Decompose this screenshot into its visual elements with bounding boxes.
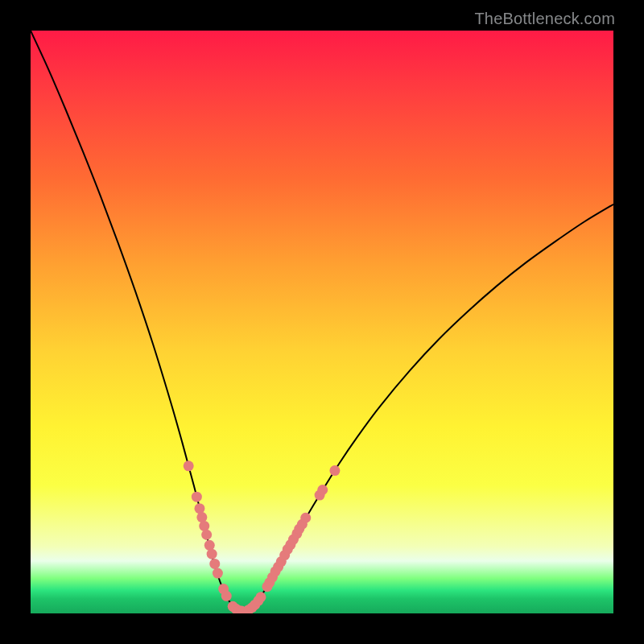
data-dot [199,521,209,531]
data-dot [194,503,204,514]
data-dot [221,591,232,601]
chart-frame: TheBottleneck.com [0,0,644,644]
curve-line [31,31,613,612]
data-dot [192,492,202,502]
data-dot [196,512,207,522]
data-dot [317,485,328,495]
data-dot [329,465,340,476]
data-dot [201,530,212,540]
data-dot [209,559,220,569]
data-dot [184,460,194,471]
data-dot [204,540,215,551]
plot-area [31,31,613,613]
data-dot [207,549,217,559]
bottleneck-curve [31,31,613,613]
data-dot [300,513,311,523]
data-dot [255,592,266,602]
data-dot [213,568,223,579]
watermark-text: TheBottleneck.com [474,10,615,28]
